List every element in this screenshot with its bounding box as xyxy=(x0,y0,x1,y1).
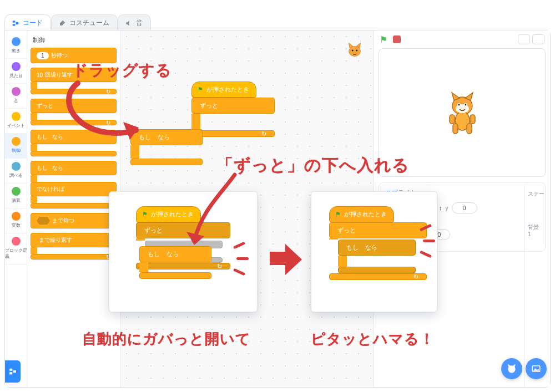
sound-icon xyxy=(125,19,133,27)
category-label: 音 xyxy=(14,98,18,104)
category-events[interactable]: イベント xyxy=(5,109,27,134)
block-label: もし xyxy=(346,243,359,252)
block-label: ずっと xyxy=(37,102,53,110)
block-when-flag-clicked[interactable]: ⚑ が押されたとき xyxy=(191,82,256,98)
cat-face-icon xyxy=(506,363,517,374)
green-flag-icon: ⚑ xyxy=(335,211,341,218)
svg-rect-13 xyxy=(450,115,455,124)
svg-rect-5 xyxy=(13,370,16,373)
dot-icon xyxy=(12,37,21,46)
small-stage-button[interactable] xyxy=(518,34,530,44)
block-if-else[interactable]: もし なら でなければ xyxy=(31,161,117,208)
category-label: 演算 xyxy=(12,197,21,203)
loop-icon: ↻ xyxy=(217,263,222,270)
category-label: 動き xyxy=(12,48,21,54)
dot-icon xyxy=(12,112,21,121)
annotation-arrow-drag xyxy=(61,72,161,150)
brush-icon xyxy=(58,19,66,27)
large-stage-button[interactable] xyxy=(532,34,544,44)
code-icon xyxy=(12,19,19,27)
tab-sounds[interactable]: 音 xyxy=(118,14,151,31)
svg-rect-3 xyxy=(9,369,12,371)
dot-icon xyxy=(12,62,21,71)
svg-rect-2 xyxy=(16,22,19,24)
dot-icon xyxy=(12,137,21,146)
block-forever[interactable]: ずっと ↻ xyxy=(191,98,275,137)
category-label: 調べる xyxy=(9,172,23,179)
category-variables[interactable]: 変数 xyxy=(5,208,27,233)
block-repeat-until[interactable]: まで繰り返す ↻ xyxy=(31,233,117,259)
category-label: 制御 xyxy=(12,147,21,154)
loop-icon: ↻ xyxy=(261,130,266,138)
extensions-button[interactable] xyxy=(5,360,21,383)
category-motion[interactable]: 動き xyxy=(5,34,27,59)
blocks-icon xyxy=(8,367,17,376)
annotation-popover-snap: ⚑ が押されたとき ずっと もし なら ↻ xyxy=(311,191,437,312)
green-flag-icon: ⚑ xyxy=(198,86,203,93)
tab-costumes-label: コスチューム xyxy=(69,18,109,28)
dot-icon xyxy=(12,212,21,221)
block-label: ずっと xyxy=(337,226,356,235)
category-sound[interactable]: 音 xyxy=(5,84,27,109)
block-label: まで待つ xyxy=(52,217,74,225)
block-when-flag-clicked: ⚑ が押されたとき xyxy=(329,206,394,222)
block-label: もし xyxy=(37,164,48,172)
tab-costumes[interactable]: コスチューム xyxy=(51,14,118,31)
block-label: もし xyxy=(37,133,48,141)
sprite-watermark xyxy=(345,40,365,60)
category-label: 変数 xyxy=(12,222,21,228)
dot-icon xyxy=(12,162,21,171)
block-label: が押されたとき xyxy=(344,210,387,218)
y-label: y xyxy=(446,205,448,211)
category-label: 見た目 xyxy=(9,73,23,79)
svg-rect-0 xyxy=(13,21,16,23)
category-sensing[interactable]: 調べる xyxy=(5,159,27,184)
block-label: まで繰り返す xyxy=(39,236,72,244)
loop-icon: ↻ xyxy=(413,273,418,281)
block-label: もし xyxy=(148,250,160,258)
palette-title: 制御 xyxy=(33,36,117,44)
category-looks[interactable]: 見た目 xyxy=(5,59,27,84)
svg-point-7 xyxy=(352,50,354,52)
image-icon xyxy=(531,364,541,374)
tab-sounds-label: 音 xyxy=(136,18,143,28)
svg-rect-14 xyxy=(470,115,475,124)
arg-times[interactable]: 10 xyxy=(37,72,43,78)
annotation-drag-text: ドラッグする xyxy=(72,60,172,81)
add-sprite-button[interactable] xyxy=(501,358,522,379)
block-label: が押されたとき xyxy=(206,85,249,94)
script-stack-1[interactable]: ⚑ が押されたとき ずっと ↻ xyxy=(191,82,275,137)
block-if: もし なら xyxy=(338,240,416,273)
tab-code-label: コード xyxy=(23,18,43,28)
category-label: イベント xyxy=(7,123,25,129)
category-myblocks[interactable]: ブロック定義 xyxy=(5,233,27,264)
annotation-big-arrow xyxy=(270,241,303,274)
green-flag-icon: ⚑ xyxy=(142,211,148,218)
svg-rect-11 xyxy=(453,124,458,134)
tab-code[interactable]: コード xyxy=(4,14,51,31)
stop-button[interactable] xyxy=(393,35,401,43)
dot-icon xyxy=(12,237,21,246)
stage-side-title: ステー xyxy=(528,190,547,198)
y-input[interactable]: 0 xyxy=(452,202,477,213)
hex-slot[interactable] xyxy=(37,217,50,225)
arg-seconds[interactable]: 1 xyxy=(37,52,49,59)
add-backdrop-button[interactable] xyxy=(526,358,547,379)
sprite-cat-on-stage[interactable] xyxy=(443,90,482,135)
backdrop-count: 1 xyxy=(528,231,547,237)
block-label: なら xyxy=(167,250,179,258)
category-column: 動き 見た目 音 イベント 制御 調べる 演算 変数 ブロック定義 xyxy=(5,30,27,387)
annotation-snap-text: ピタッとハマる！ xyxy=(311,329,435,349)
category-operators[interactable]: 演算 xyxy=(5,184,27,208)
stage-side-panel: ステー 背景 1 xyxy=(524,186,551,387)
block-label: なら xyxy=(365,243,377,252)
block-label: でなければ xyxy=(37,185,64,193)
block-wait-until[interactable]: まで待つ xyxy=(31,213,117,228)
backdrop-label: 背景 xyxy=(528,223,547,231)
green-flag-button[interactable]: ⚑ xyxy=(380,34,387,45)
svg-point-19 xyxy=(465,104,466,106)
y-arrow-icon: ↕ xyxy=(439,205,442,211)
svg-rect-1 xyxy=(13,24,16,26)
category-control[interactable]: 制御 xyxy=(5,134,27,159)
block-label: なら xyxy=(52,164,63,172)
